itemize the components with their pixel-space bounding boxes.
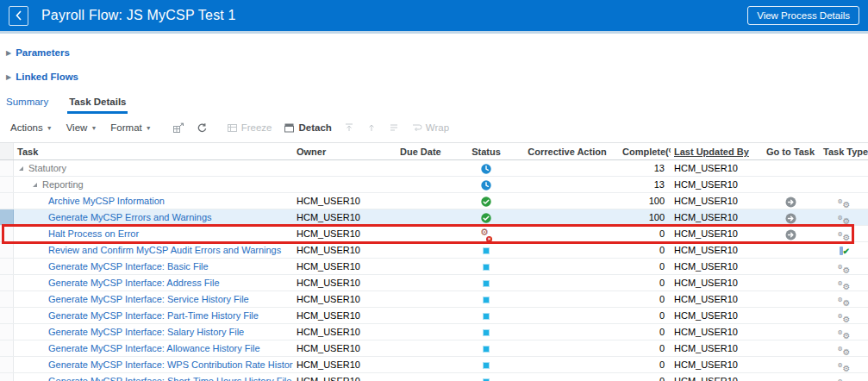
row-selector[interactable]: [0, 177, 14, 192]
column-header-due-date[interactable]: Due Date: [397, 143, 457, 159]
tab-summary[interactable]: Summary: [4, 95, 50, 114]
table-row[interactable]: Review and Confirm MyCSP Audit Errors an…: [0, 242, 868, 259]
row-selector[interactable]: [0, 308, 14, 323]
complete-percent-cell: 0: [619, 373, 671, 381]
go-to-top-button[interactable]: [344, 122, 354, 133]
column-header-owner[interactable]: Owner: [293, 143, 397, 159]
last-updated-by-cell: HCM_USER10: [671, 259, 761, 274]
row-selector[interactable]: [0, 160, 14, 176]
last-updated-by-cell: HCM_USER10: [671, 308, 761, 323]
go-to-task-cell: [761, 291, 820, 307]
detach-button[interactable]: Detach: [284, 122, 331, 134]
table-row[interactable]: Generate MyCSP Interface: Short-Time Hou…: [0, 373, 868, 381]
automatic-task-type-icon: ⚙⚙: [838, 295, 851, 306]
status-not-started-icon: [483, 264, 490, 271]
column-header-last-updated-by[interactable]: Last Updated By: [671, 143, 761, 159]
task-link[interactable]: Generate MyCSP Interface: Basic File: [48, 261, 209, 272]
task-link[interactable]: Halt Process on Error: [48, 228, 139, 239]
status-not-started-icon: [483, 313, 490, 320]
task-cell: Review and Confirm MyCSP Audit Errors an…: [14, 242, 293, 258]
table-row[interactable]: Generate MyCSP Interface: Salary History…: [0, 324, 868, 340]
owner-cell: [293, 160, 397, 176]
task-link[interactable]: Generate MyCSP Interface: WPS Contributi…: [48, 359, 293, 370]
task-link[interactable]: Archive MyCSP Information: [48, 196, 165, 206]
show-as-list-button[interactable]: [389, 122, 399, 133]
go-to-task-icon: [785, 229, 796, 240]
table-row[interactable]: Reporting13HCM_USER10: [0, 177, 868, 193]
freeze-button[interactable]: Freeze: [227, 122, 272, 134]
table-row[interactable]: Generate MyCSP Interface: WPS Contributi…: [0, 357, 868, 373]
actions-menu[interactable]: Actions▼: [10, 122, 53, 133]
parameters-label: Parameters: [16, 47, 70, 58]
complete-percent-cell: 0: [619, 308, 671, 323]
column-header-status[interactable]: Status: [457, 143, 515, 159]
row-selector[interactable]: [0, 357, 14, 372]
column-header-task[interactable]: Task: [14, 143, 293, 159]
expand-toggle-icon[interactable]: [33, 183, 37, 187]
chevron-left-icon: [14, 10, 24, 21]
task-link[interactable]: Generate MyCSP Interface: Short-Time Hou…: [48, 376, 291, 381]
task-type-cell: ⚙⚙: [820, 324, 868, 340]
go-to-task-cell: [761, 373, 820, 381]
owner-cell: HCM_USER10: [293, 209, 397, 225]
table-row[interactable]: Halt Process on ErrorHCM_USER10⚙✕0HCM_US…: [0, 226, 868, 242]
export-button[interactable]: [172, 122, 184, 134]
column-header-go-to-task[interactable]: Go to Task: [761, 143, 820, 159]
row-selector[interactable]: [0, 291, 14, 307]
status-completed-icon: [481, 213, 491, 223]
go-to-task-cell[interactable]: [761, 209, 820, 225]
row-selector[interactable]: [0, 226, 14, 241]
table-row[interactable]: Generate MyCSP Interface: Address FileHC…: [0, 275, 868, 291]
go-to-task-cell: [761, 160, 820, 176]
column-header-complete[interactable]: Complete(%): [619, 143, 671, 159]
row-selector[interactable]: [0, 209, 14, 225]
automatic-task-type-icon: ⚙⚙: [838, 229, 851, 240]
task-link[interactable]: Review and Confirm MyCSP Audit Errors an…: [48, 245, 281, 255]
go-up-button[interactable]: [366, 122, 377, 133]
task-type-cell: ⚙⚙: [820, 226, 868, 241]
last-updated-by-cell: HCM_USER10: [671, 193, 761, 209]
refresh-button[interactable]: [197, 122, 208, 134]
view-process-details-button[interactable]: View Process Details: [747, 6, 859, 25]
task-link[interactable]: Generate MyCSP Interface: Address File: [48, 278, 220, 288]
task-link[interactable]: Generate MyCSP Interface: Service Histor…: [48, 294, 249, 304]
view-menu[interactable]: View▼: [66, 122, 97, 133]
table-row[interactable]: Generate MyCSP Interface: Service Histor…: [0, 291, 868, 308]
linked-flows-section-toggle[interactable]: ▶ Linked Flows: [6, 72, 868, 82]
corrective-action-cell: [515, 160, 619, 176]
complete-percent-cell: 100: [619, 193, 671, 209]
row-selector[interactable]: [0, 324, 14, 340]
tab-task-details[interactable]: Task Details: [67, 95, 128, 114]
task-link[interactable]: Generate MyCSP Interface: Part-Time Hist…: [48, 310, 259, 321]
table-row[interactable]: Generate MyCSP Interface: Basic FileHCM_…: [0, 259, 868, 275]
table-toolbar: Actions▼ View▼ Format▼: [0, 117, 868, 138]
task-link[interactable]: Generate MyCSP Errors and Warnings: [48, 212, 212, 222]
due-date-cell: [397, 357, 457, 372]
format-menu[interactable]: Format▼: [110, 122, 151, 133]
row-selector[interactable]: [0, 340, 14, 356]
row-selector[interactable]: [0, 242, 14, 258]
expand-toggle-icon[interactable]: [19, 166, 23, 171]
task-link[interactable]: Generate MyCSP Interface: Allowance Hist…: [48, 343, 260, 353]
table-row[interactable]: Generate MyCSP Interface: Part-Time Hist…: [0, 308, 868, 324]
table-row[interactable]: Generate MyCSP Errors and WarningsHCM_US…: [0, 209, 868, 226]
row-selector[interactable]: [0, 259, 14, 274]
go-to-task-cell[interactable]: [761, 226, 820, 241]
go-to-task-cell[interactable]: [761, 193, 820, 209]
column-header-task-type[interactable]: Task Type: [820, 143, 868, 159]
row-selector[interactable]: [0, 275, 14, 290]
task-cell: Generate MyCSP Interface: Part-Time Hist…: [14, 308, 293, 323]
parameters-section-toggle[interactable]: ▶ Parameters: [6, 47, 868, 58]
due-date-cell: [397, 340, 457, 356]
row-selector[interactable]: [0, 193, 14, 209]
table-row[interactable]: Archive MyCSP InformationHCM_USER10100HC…: [0, 193, 868, 209]
task-type-cell: ⚙⚙: [820, 209, 868, 225]
row-selector[interactable]: [0, 373, 14, 381]
table-row[interactable]: Generate MyCSP Interface: Allowance Hist…: [0, 340, 868, 357]
task-cell: Halt Process on Error: [14, 226, 293, 241]
wrap-button[interactable]: Wrap: [411, 122, 449, 133]
column-header-corrective-action[interactable]: Corrective Action: [515, 143, 619, 159]
table-row[interactable]: Statutory13HCM_USER10: [0, 160, 868, 177]
back-button[interactable]: [9, 6, 28, 26]
task-link[interactable]: Generate MyCSP Interface: Salary History…: [48, 327, 244, 337]
